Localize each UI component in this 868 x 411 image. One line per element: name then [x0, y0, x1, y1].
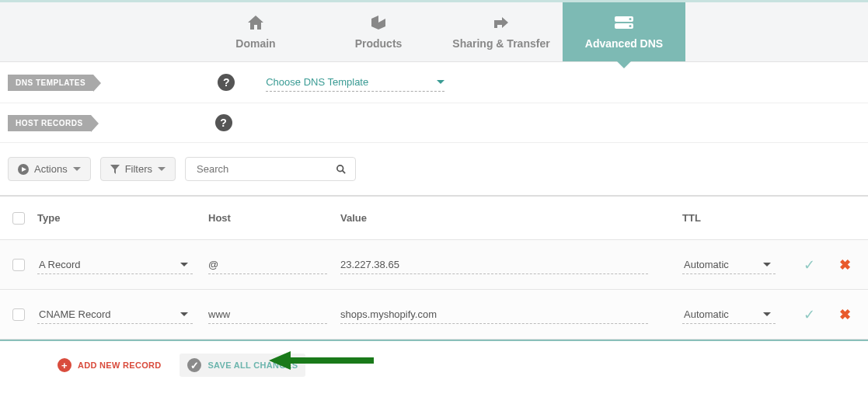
toolbar: Actions Filters	[0, 143, 868, 195]
actions-button[interactable]: Actions	[8, 157, 91, 181]
records-table: Type Host Value TTL A Record Automatic ✓…	[0, 195, 868, 341]
table-header: Type Host Value TTL	[0, 197, 868, 240]
annotation-arrow	[269, 347, 378, 374]
search-icon	[336, 164, 346, 175]
row-checkbox[interactable]	[12, 308, 25, 321]
tab-label: Products	[355, 37, 403, 50]
section-badge: DNS TEMPLATES	[8, 75, 93, 91]
server-icon	[615, 14, 633, 31]
actions-label: Actions	[34, 163, 68, 175]
svg-line-6	[343, 170, 345, 172]
chevron-down-icon	[158, 167, 166, 171]
confirm-icon[interactable]: ✓	[791, 256, 827, 273]
chevron-down-icon	[73, 167, 81, 171]
home-icon	[248, 14, 263, 31]
tab-sharing[interactable]: Sharing & Transfer	[440, 2, 563, 61]
row-checkbox[interactable]	[12, 259, 25, 271]
delete-icon[interactable]: ✖	[827, 306, 863, 323]
box-icon	[371, 14, 386, 31]
chevron-down-icon	[180, 263, 188, 266]
search-input[interactable]	[195, 162, 329, 176]
tab-advanced-dns[interactable]: Advanced DNS	[563, 2, 685, 61]
delete-icon[interactable]: ✖	[827, 256, 863, 273]
ttl-select[interactable]: Automatic	[682, 256, 776, 274]
svg-marker-8	[269, 351, 291, 370]
search-box[interactable]	[185, 157, 356, 181]
select-all-checkbox[interactable]	[12, 212, 25, 225]
type-select[interactable]: CNAME Record	[37, 305, 193, 324]
type-select[interactable]: A Record	[37, 256, 193, 274]
footer-actions: + ADD NEW RECORD ✓ SAVE ALL CHANGES	[0, 341, 868, 389]
help-icon[interactable]: ?	[218, 74, 235, 91]
share-icon	[493, 14, 510, 31]
value-input[interactable]	[340, 256, 648, 274]
section-dns-templates: DNS TEMPLATES ? Choose DNS Template	[0, 62, 868, 103]
section-badge: HOST RECORDS	[8, 115, 91, 131]
col-type: Type	[37, 212, 208, 224]
confirm-icon[interactable]: ✓	[791, 306, 827, 323]
filters-button[interactable]: Filters	[100, 157, 176, 181]
host-input[interactable]	[208, 305, 327, 324]
svg-point-3	[629, 25, 632, 27]
tab-label: Domain	[235, 37, 275, 50]
svg-point-5	[337, 165, 343, 171]
table-row: CNAME Record Automatic ✓ ✖	[0, 290, 868, 340]
chevron-down-icon	[763, 312, 771, 316]
col-value: Value	[340, 212, 682, 224]
value-input[interactable]	[340, 305, 648, 324]
chevron-down-icon	[180, 312, 188, 316]
host-input[interactable]	[208, 256, 327, 274]
dns-template-select[interactable]: Choose DNS Template	[266, 73, 444, 92]
filters-label: Filters	[125, 163, 152, 175]
chevron-down-icon	[437, 80, 444, 84]
tab-label: Sharing & Transfer	[452, 37, 549, 50]
plus-icon: +	[58, 358, 71, 372]
col-ttl: TTL	[682, 212, 791, 224]
tab-label: Advanced DNS	[585, 37, 663, 50]
svg-point-2	[629, 18, 632, 20]
table-row: A Record Automatic ✓ ✖	[0, 240, 868, 290]
ttl-select[interactable]: Automatic	[682, 305, 776, 324]
section-host-records: HOST RECORDS ?	[0, 103, 868, 143]
help-icon[interactable]: ?	[215, 114, 232, 131]
col-host: Host	[208, 212, 340, 224]
tab-domain[interactable]: Domain	[194, 2, 317, 61]
chevron-down-icon	[763, 263, 771, 266]
tab-bar: Domain Products Sharing & Transfer Advan…	[0, 0, 868, 62]
play-icon	[18, 164, 29, 175]
template-select-label: Choose DNS Template	[266, 76, 368, 88]
filter-icon	[110, 165, 120, 174]
check-icon: ✓	[187, 358, 201, 372]
tab-products[interactable]: Products	[317, 2, 440, 61]
add-record-button[interactable]: + ADD NEW RECORD	[50, 354, 169, 377]
